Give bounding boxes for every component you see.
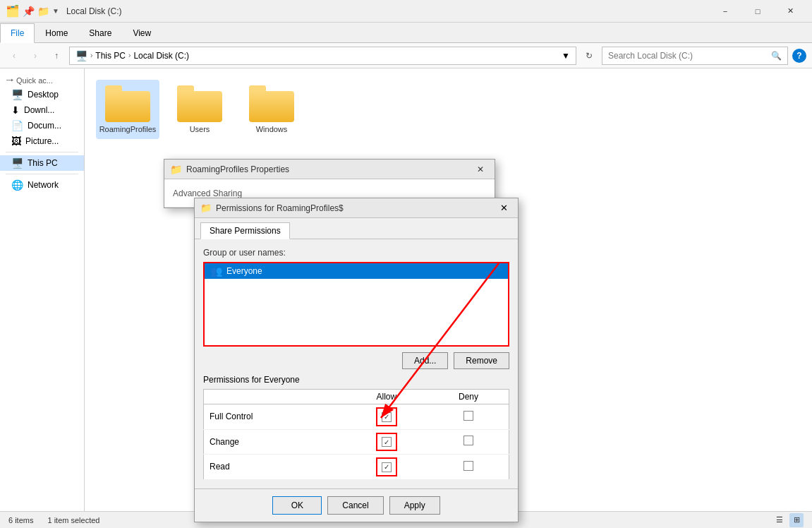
users-list[interactable]: 👥 Everyone xyxy=(203,262,509,347)
user-everyone[interactable]: 👥 Everyone xyxy=(205,263,508,279)
dropdown-arrow-icon[interactable]: ▼ xyxy=(52,7,59,15)
user-everyone-icon: 👥 xyxy=(210,265,222,277)
perm-allow-change[interactable]: ✓ xyxy=(345,429,428,455)
perm-deny-change[interactable] xyxy=(428,429,509,455)
perm-name-read: Read xyxy=(204,455,345,480)
pictures-label: Picture... xyxy=(25,136,59,146)
network-icon: 🌐 xyxy=(11,179,23,191)
checkbox-allow-full-control[interactable]: ✓ xyxy=(382,412,392,422)
quick-access-header[interactable]: ⭢ Quick ac... xyxy=(0,74,84,87)
perm-row-read: Read ✓ xyxy=(204,455,509,480)
close-button[interactable]: ✕ xyxy=(774,0,806,23)
path-this-pc: This PC xyxy=(95,51,126,61)
window-title: Local Disk (C:) xyxy=(66,6,705,16)
folder-icon-users xyxy=(177,85,222,122)
tab-home[interactable]: Home xyxy=(35,23,78,43)
folder-label-roaming: RoamingProfiles xyxy=(99,125,157,133)
ok-button[interactable]: OK xyxy=(272,496,322,515)
path-local-disk: Local Disk (C:) xyxy=(133,51,189,61)
main-layout: ⭢ Quick ac... 🖥️ Desktop ⬇ Downl... 📄 Do… xyxy=(0,68,812,512)
sidebar-item-downloads[interactable]: ⬇ Downl... xyxy=(0,102,84,118)
permissions-close-button[interactable]: ✕ xyxy=(495,201,512,215)
sidebar-item-desktop[interactable]: 🖥️ Desktop xyxy=(0,87,84,102)
tab-share-permissions[interactable]: Share Permissions xyxy=(200,222,290,239)
chevron-icon: › xyxy=(90,52,92,59)
this-pc-label: This PC xyxy=(28,158,58,168)
network-label: Network xyxy=(28,180,59,190)
back-button[interactable]: ‹ xyxy=(6,47,23,64)
up-button[interactable]: ↑ xyxy=(48,47,65,64)
sidebar-separator xyxy=(6,152,78,152)
apply-button[interactable]: Apply xyxy=(389,496,440,515)
perm-allow-full-control[interactable]: ✓ xyxy=(345,404,428,430)
tab-view[interactable]: View xyxy=(122,23,162,43)
search-icon: 🔍 xyxy=(771,51,782,61)
desktop-icon: 🖥️ xyxy=(11,89,23,100)
selected-count: 1 item selected xyxy=(47,516,99,524)
permissions-tabs: Share Permissions xyxy=(195,218,518,239)
collapse-icon: ⭢ xyxy=(6,76,13,85)
perm-deny-full-control[interactable] xyxy=(428,404,509,430)
properties-dialog-titlebar[interactable]: 📁 RoamingProfiles Properties ✕ xyxy=(164,160,495,179)
list-view-button[interactable]: ☰ xyxy=(772,513,787,527)
perm-row-change: Change ✓ xyxy=(204,429,509,455)
perm-allow-read[interactable]: ✓ xyxy=(345,455,428,480)
checkbox-allow-change[interactable]: ✓ xyxy=(382,437,392,447)
minimize-button[interactable]: − xyxy=(709,0,741,23)
title-bar: 🗂️ 📌 📁 ▼ Local Disk (C:) − □ ✕ xyxy=(0,0,812,23)
folder-users[interactable]: Users xyxy=(168,80,231,139)
content-area: RoamingProfiles Users Windows 📁 RoamingP… xyxy=(85,68,812,512)
folder-windows[interactable]: Windows xyxy=(240,80,303,139)
folder-label-users: Users xyxy=(190,125,210,133)
properties-icon: 📁 xyxy=(170,164,182,175)
properties-title: RoamingProfiles Properties xyxy=(186,164,472,174)
toolbar-icon: 📁 xyxy=(37,6,49,17)
title-bar-controls: − □ ✕ xyxy=(709,0,806,23)
perm-deny-read[interactable] xyxy=(428,455,509,480)
permissions-footer: OK Cancel Apply xyxy=(195,488,518,522)
add-button[interactable]: Add... xyxy=(402,352,448,369)
view-controls: ☰ ⊞ xyxy=(772,513,804,527)
sidebar-item-pictures[interactable]: 🖼 Picture... xyxy=(0,133,84,149)
remove-button[interactable]: Remove xyxy=(454,352,509,369)
permissions-table: Allow Deny Full Control ✓ xyxy=(203,389,509,480)
ribbon: File Home Share View xyxy=(0,23,812,43)
tab-share[interactable]: Share xyxy=(78,23,122,43)
icon-view-button[interactable]: ⊞ xyxy=(789,513,804,527)
quick-access-label: Quick ac... xyxy=(16,76,53,85)
maximize-button[interactable]: □ xyxy=(741,0,774,23)
desktop-label: Desktop xyxy=(28,90,59,100)
documents-label: Docum... xyxy=(28,121,61,131)
cancel-button[interactable]: Cancel xyxy=(327,496,383,515)
sidebar-item-documents[interactable]: 📄 Docum... xyxy=(0,118,84,133)
sidebar-item-network[interactable]: 🌐 Network xyxy=(0,177,84,193)
permissions-title: Permissions for RoamingProfiles$ xyxy=(216,203,495,213)
properties-close-button[interactable]: ✕ xyxy=(472,162,489,176)
col-allow: Allow xyxy=(345,390,428,404)
user-everyone-label: Everyone xyxy=(226,266,262,276)
perm-name-full-control: Full Control xyxy=(204,404,345,430)
address-bar: ‹ › ↑ 🖥️ › This PC › Local Disk (C:) ▼ ↻… xyxy=(0,43,812,68)
address-dropdown-icon[interactable]: ▼ xyxy=(562,51,570,61)
checkbox-deny-full-control[interactable] xyxy=(463,411,473,421)
checkbox-deny-read[interactable] xyxy=(463,461,473,471)
sidebar-item-this-pc[interactable]: 🖥️ This PC xyxy=(0,155,84,171)
pictures-icon: 🖼 xyxy=(11,136,21,147)
address-path[interactable]: 🖥️ › This PC › Local Disk (C:) ▼ xyxy=(69,47,576,65)
checkbox-allow-read[interactable]: ✓ xyxy=(382,462,392,472)
permissions-for-label: Permissions for Everyone xyxy=(203,375,509,385)
forward-button[interactable]: › xyxy=(27,47,44,64)
checkbox-deny-change[interactable] xyxy=(463,436,473,445)
help-button[interactable]: ? xyxy=(792,49,806,63)
title-bar-icons: 🗂️ 📌 📁 ▼ xyxy=(6,4,59,18)
refresh-button[interactable]: ↻ xyxy=(581,47,598,64)
folder-roaming-profiles[interactable]: RoamingProfiles xyxy=(96,80,159,139)
search-input[interactable] xyxy=(608,51,768,61)
tab-file[interactable]: File xyxy=(0,23,35,43)
search-box[interactable]: 🔍 xyxy=(602,47,788,65)
sidebar: ⭢ Quick ac... 🖥️ Desktop ⬇ Downl... 📄 Do… xyxy=(0,68,85,512)
quick-access-icon: 📌 xyxy=(23,6,35,17)
col-deny: Deny xyxy=(428,390,509,404)
permissions-body: Group or user names: 👥 Everyone Add... R… xyxy=(195,239,518,488)
sidebar-separator-2 xyxy=(6,174,78,174)
